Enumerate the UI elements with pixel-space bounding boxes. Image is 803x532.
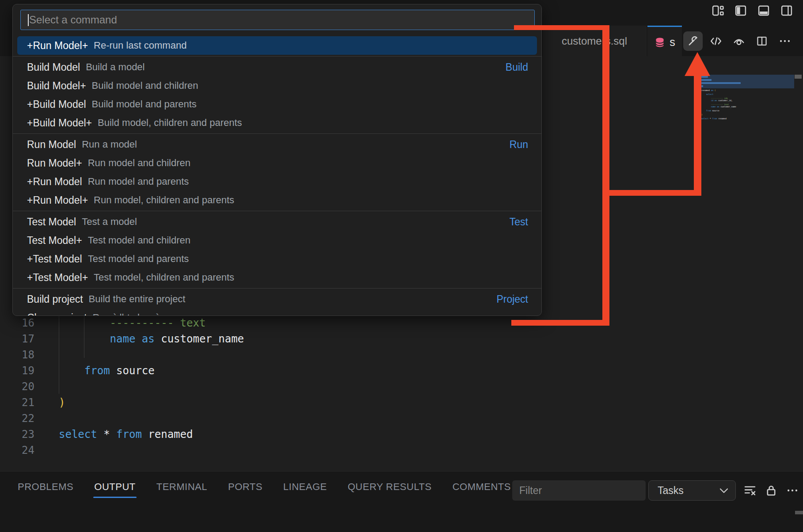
command-item-label: +Run Model+ [27, 194, 88, 206]
code-line[interactable]: 21) [0, 395, 530, 410]
code-line[interactable]: 19 from source [0, 363, 530, 379]
command-group-badge: Run [510, 139, 528, 151]
more-actions-icon[interactable] [775, 31, 795, 51]
panel-scrollbar-thumb[interactable] [795, 511, 803, 514]
line-number: 20 [0, 379, 59, 395]
tab-active-model[interactable]: s [647, 26, 682, 57]
line-number: 23 [0, 426, 59, 442]
code-token: renamed [718, 118, 727, 120]
command-item[interactable]: +Run Model+Re-run last command [17, 36, 537, 55]
line-number: 19 [0, 363, 59, 379]
code-line[interactable]: 24 [0, 442, 530, 458]
code-token: select [701, 118, 708, 120]
tab-label: customers.sql [562, 35, 627, 47]
panel-tab-problems[interactable]: PROBLEMS [18, 477, 73, 497]
command-item[interactable]: Build ModelBuild a modelBuild [17, 58, 537, 76]
panel-tab-query-results[interactable]: QUERY RESULTS [348, 477, 432, 497]
code-token: select [706, 93, 713, 95]
list-separator [13, 211, 541, 211]
filter-input[interactable] [512, 480, 646, 501]
code-line[interactable]: 22 [0, 410, 530, 426]
code-token: renamed [701, 89, 710, 91]
annotation-arrow-segment [694, 74, 701, 196]
command-item[interactable]: Test ModelTest a modelTest [17, 213, 537, 231]
command-item[interactable]: Build projectBuild the entire projectPro… [17, 290, 537, 308]
customize-layout-icon[interactable] [711, 4, 724, 18]
code-token: select [59, 428, 97, 441]
code-line[interactable]: 23select * from renamed [0, 426, 530, 442]
command-item-description: Run model and parents [88, 176, 528, 187]
minimap-selection-bar [701, 82, 741, 84]
command-item-description: Run model and children [88, 157, 528, 169]
editor-actions [683, 26, 803, 56]
list-separator [13, 288, 541, 289]
command-list: +Run Model+Re-run last commandBuild Mode… [13, 36, 541, 316]
split-editor-icon[interactable] [752, 31, 772, 51]
preview-eye-icon[interactable] [729, 31, 749, 51]
command-item[interactable]: Build Model+Build model and children [17, 76, 537, 95]
wrench-icon[interactable] [683, 31, 703, 51]
command-item-description: Test model and children [88, 235, 528, 246]
command-item[interactable]: Run Model+Run model and children [17, 154, 537, 172]
panel-tab-output[interactable]: OUTPUT [94, 477, 135, 497]
code-line[interactable]: 17 name as customer_name [0, 331, 530, 347]
command-item[interactable]: +Build Model+Build model, children and p… [17, 114, 537, 132]
command-item[interactable]: Clean projectRun `dbt clean` [17, 308, 537, 316]
panel-tab-terminal[interactable]: TERMINAL [156, 477, 207, 497]
command-item[interactable]: Test Model+Test model and children [17, 231, 537, 250]
command-item[interactable]: +Build ModelBuild model and parents [17, 95, 537, 114]
line-number: 21 [0, 395, 59, 410]
command-item-description: Build a model [86, 61, 500, 73]
command-item-label: +Run Model+ [27, 40, 88, 52]
command-item[interactable]: Run ModelRun a modelRun [17, 135, 537, 154]
code-icon[interactable] [706, 31, 726, 51]
command-item-label: Run Model+ [27, 157, 82, 169]
panel-tab-lineage[interactable]: LINEAGE [283, 477, 327, 497]
code-line[interactable]: 20 [0, 379, 530, 395]
panel-tab-comments[interactable]: COMMENTS [453, 477, 511, 497]
minimap[interactable]: renamed as ( select ---------- ids id as… [700, 75, 794, 120]
command-group-badge: Test [510, 216, 528, 228]
command-item[interactable]: +Test ModelTest model and parents [17, 250, 537, 268]
code-token: ) [59, 396, 65, 409]
command-item[interactable]: +Test Model+Test model, children and par… [17, 268, 537, 287]
command-input[interactable] [21, 10, 534, 30]
command-item-label: Clean project [27, 312, 87, 316]
code-token [110, 365, 116, 377]
code-editor[interactable]: 16 ---------- text17 name as customer_na… [0, 315, 530, 458]
code-token: name [711, 106, 716, 108]
command-item-description: Build model, children and parents [98, 117, 528, 129]
code-text: select * from renamed [59, 426, 193, 442]
code-token: customer_name [720, 106, 736, 108]
panel-tabs: PROBLEMSOUTPUTTERMINALPORTSLINEAGEQUERY … [18, 477, 511, 497]
code-token: source [116, 365, 155, 377]
lock-scroll-icon[interactable] [764, 483, 779, 498]
editor-scrollbar-thumb[interactable] [795, 75, 802, 79]
command-item[interactable]: +Run Model+Run model, children and paren… [17, 191, 537, 209]
code-token [110, 428, 116, 441]
minimap-line: select * from renamed [701, 118, 794, 120]
line-number: 18 [0, 347, 59, 363]
toggle-primary-sidebar-icon[interactable] [734, 4, 747, 18]
code-token: customer_id, [718, 99, 733, 102]
command-item-label: Test Model [27, 216, 76, 228]
code-text: ---------- text [59, 315, 206, 331]
tab-customers-sql[interactable]: customers.sql [543, 26, 647, 56]
panel-tab-ports[interactable]: PORTS [228, 477, 263, 497]
command-input-wrap [20, 10, 535, 30]
toggle-panel-icon[interactable] [757, 4, 770, 18]
clear-output-icon[interactable] [742, 483, 757, 498]
code-token: from [706, 110, 711, 112]
tasks-dropdown[interactable]: Tasks [648, 480, 736, 501]
command-item[interactable]: +Run ModelRun model and parents [17, 172, 537, 191]
code-line[interactable]: 18 [0, 347, 530, 363]
code-token [59, 317, 110, 329]
command-item-description: Run `dbt clean` [93, 312, 528, 316]
more-actions-icon[interactable] [785, 483, 800, 498]
command-item-label: Build Model+ [27, 80, 86, 92]
toggle-secondary-sidebar-icon[interactable] [780, 4, 793, 18]
minimap-viewport[interactable] [700, 75, 794, 88]
line-number: 17 [0, 331, 59, 347]
code-token [701, 93, 706, 95]
code-line[interactable]: 16 ---------- text [0, 315, 530, 331]
